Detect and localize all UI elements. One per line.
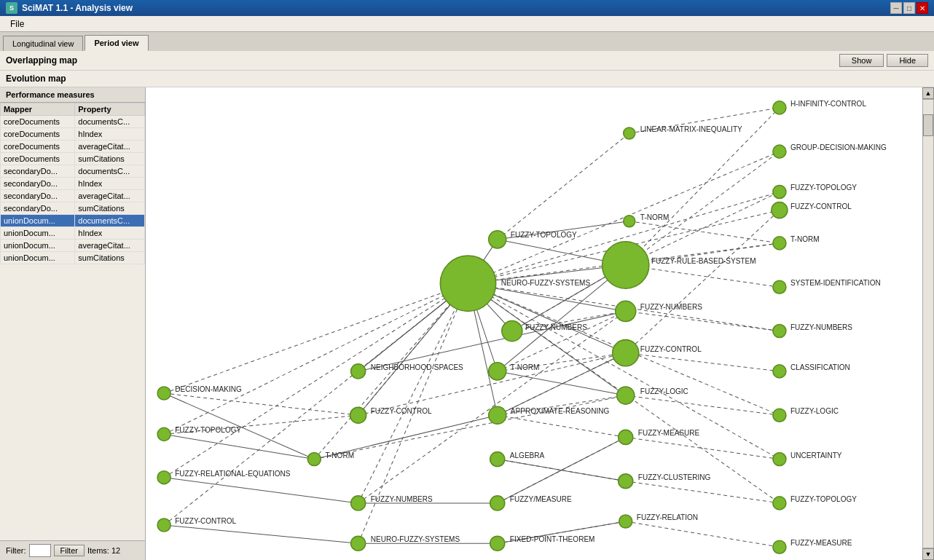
node-fuzzy-numbers1[interactable] (502, 320, 522, 341)
node-fuzzy-relational[interactable] (157, 471, 170, 484)
table-row[interactable]: unionDocum...documentsC... (1, 215, 145, 227)
node-system-id[interactable] (773, 280, 786, 293)
node-fuzzy-logic-r[interactable] (773, 409, 786, 422)
content-row: Performance measures Mapper Property cor… (0, 87, 934, 560)
evolution-map-section: Evolution map (0, 71, 934, 87)
app-icon: S (6, 2, 17, 14)
table-row[interactable]: secondaryDo...documentsC... (1, 165, 145, 178)
node-h-infinity[interactable] (773, 101, 786, 114)
node-fuzzy-control2[interactable] (350, 407, 366, 423)
node-fuzzy-topology-r2[interactable] (773, 497, 786, 510)
node-t-norm2[interactable] (624, 216, 635, 227)
node-group-decision[interactable] (773, 145, 786, 158)
table-row[interactable]: secondaryDo...averageCitat... (1, 190, 145, 202)
label-fuzzy-numbers2: FUZZY-NUMBERS (640, 303, 702, 311)
node-t-norm3[interactable] (307, 452, 321, 465)
node-fuzzy-control1[interactable] (613, 340, 639, 366)
svg-line-17 (626, 437, 780, 459)
table-row[interactable]: coreDocumentsdocumentsC... (1, 116, 145, 128)
label-fuzzy-control2: FUZZY-CONTROL (371, 407, 432, 415)
svg-line-60 (498, 371, 626, 395)
node-algebra[interactable] (490, 451, 505, 466)
label-fuzzy-topology-r2: FUZZY-TOPOLOGY (790, 495, 857, 503)
scrollbar-track[interactable] (922, 99, 934, 548)
label-fuzzy-rule: FUZZY-RULE-BASED-SYSTEM (651, 257, 756, 265)
node-fuzzy-measure2[interactable] (490, 496, 505, 510)
filter-bar: Filter: Filter Items: 12 (0, 540, 145, 560)
table-row[interactable]: coreDocumentshIndex (1, 128, 145, 141)
svg-line-73 (164, 525, 358, 543)
label-fuzzy-measure2: FUZZY/MEASURE (510, 495, 572, 503)
node-fuzzy-control-r[interactable] (772, 202, 788, 218)
scrollbar-thumb[interactable] (923, 114, 933, 136)
mapper-cell: unionDocum... (1, 227, 75, 240)
table-row[interactable]: secondaryDo...sumCitations (1, 202, 145, 215)
title-bar: S SciMAT 1.1 - Analysis view ─ □ ✕ (0, 0, 934, 16)
node-linear-matrix[interactable] (624, 127, 635, 139)
table-row[interactable]: coreDocumentsaverageCitat... (1, 141, 145, 153)
label-fuzzy-topology2: FUZZY-TOPOLOGY (175, 426, 241, 434)
label-decision-making: DECISION-MAKING (175, 385, 242, 393)
node-fuzzy-rule[interactable] (603, 242, 649, 288)
label-fuzzy-numbers1: FUZZY-NUMBERS (525, 323, 587, 331)
table-row[interactable]: unionDocum...hIndex (1, 227, 145, 240)
node-t-norm1[interactable] (489, 363, 506, 380)
tab-period[interactable]: Period view (85, 35, 148, 51)
node-fuzzy-topology-r[interactable] (773, 185, 786, 198)
label-fuzzy-numbers3: FUZZY-NUMBERS (371, 495, 433, 503)
node-neuro-fuzzy[interactable] (440, 256, 495, 311)
label-fuzzy-measure-r: FUZZY-MEASURE (790, 539, 852, 547)
svg-line-33 (314, 395, 625, 459)
filter-button[interactable]: Filter (54, 545, 85, 556)
node-uncertainty[interactable] (773, 452, 786, 465)
close-button[interactable]: ✕ (917, 2, 928, 14)
node-fixed-point[interactable] (490, 536, 505, 551)
window-title: SciMAT 1.1 - Analysis view (22, 3, 133, 13)
table-container[interactable]: Mapper Property coreDocumentsdocumentsC.… (0, 103, 145, 540)
node-t-norm-r[interactable] (773, 237, 786, 250)
property-cell: averageCitat... (75, 190, 145, 202)
mapper-cell: coreDocuments (1, 153, 75, 165)
node-neighborhood[interactable] (351, 364, 366, 379)
node-fuzzy-measure1[interactable] (619, 430, 633, 444)
node-fuzzy-logic1[interactable] (617, 387, 635, 404)
scroll-up-button[interactable]: ▲ (922, 87, 934, 99)
node-classification[interactable] (773, 365, 786, 378)
node-neuro-fuzzy2[interactable] (351, 536, 366, 551)
svg-line-36 (164, 283, 468, 477)
table-row[interactable]: coreDocumentssumCitations (1, 153, 145, 165)
node-decision-making[interactable] (157, 387, 170, 400)
label-fuzzy-logic1: FUZZY-LOGIC (640, 387, 688, 395)
node-approx-reasoning[interactable] (489, 406, 506, 424)
scroll-down-button[interactable]: ▼ (922, 548, 934, 560)
filter-input[interactable] (29, 544, 51, 557)
table-row[interactable]: secondaryDo...hIndex (1, 178, 145, 190)
property-cell: sumCitations (75, 153, 145, 165)
node-fuzzy-topology2[interactable] (157, 427, 170, 441)
minimize-button[interactable]: ─ (890, 2, 902, 14)
tab-longitudinal[interactable]: Longitudinal view (3, 36, 83, 51)
menu-file[interactable]: File (4, 17, 30, 31)
table-row[interactable]: unionDocum...averageCitat... (1, 240, 145, 252)
svg-line-13 (626, 311, 780, 331)
evolution-map-label: Evolution map (6, 74, 66, 84)
right-scrollbar[interactable]: ▲ ▼ (922, 87, 934, 560)
node-fuzzy-measure-r[interactable] (773, 540, 786, 553)
table-row[interactable]: unionDocum...sumCitations (1, 252, 145, 264)
label-fuzzy-relation: FUZZY-RELATION (637, 513, 698, 521)
label-fuzzy-measure1: FUZZY-MEASURE (638, 429, 700, 437)
maximize-button[interactable]: □ (903, 2, 915, 14)
mapper-cell: coreDocuments (1, 141, 75, 153)
mapper-cell: coreDocuments (1, 128, 75, 141)
node-fuzzy-numbers2[interactable] (616, 301, 636, 321)
node-fuzzy-clustering[interactable] (619, 474, 633, 489)
node-fuzzy-topology1[interactable] (489, 231, 506, 248)
overlapping-map-section: Overlapping map Show Hide (0, 51, 934, 71)
show-button[interactable]: Show (839, 54, 884, 67)
node-fuzzy-relation[interactable] (619, 515, 632, 528)
mapper-cell: secondaryDo... (1, 202, 75, 215)
node-fuzzy-control3[interactable] (157, 518, 170, 532)
node-fuzzy-numbers-r[interactable] (773, 325, 786, 338)
node-fuzzy-numbers3[interactable] (351, 496, 366, 510)
hide-button[interactable]: Hide (887, 54, 928, 67)
